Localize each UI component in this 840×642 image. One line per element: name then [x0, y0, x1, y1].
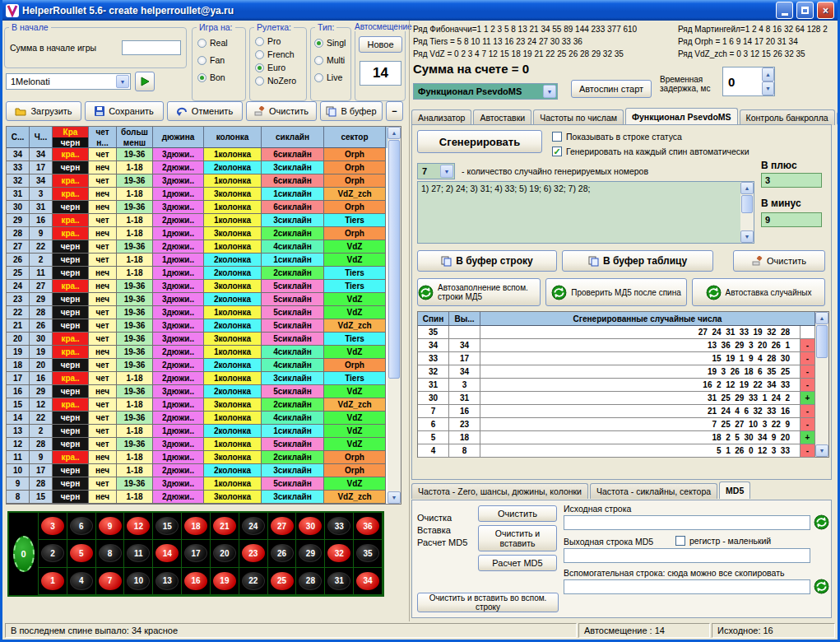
radio-singl[interactable]: Singl — [314, 38, 346, 48]
clear-output-button[interactable]: Очистить — [733, 250, 825, 272]
board-cell[interactable]: 5 — [67, 540, 96, 567]
chevron-down-icon[interactable]: ▼ — [440, 165, 453, 178]
board-cell[interactable]: 22 — [239, 568, 268, 595]
board-cell[interactable]: 29 — [296, 540, 325, 567]
minimize-button[interactable] — [776, 2, 793, 19]
md5-aux-input[interactable] — [564, 579, 810, 594]
md5-output-input[interactable] — [564, 548, 810, 563]
board-cell[interactable]: 36 — [354, 513, 383, 540]
board-cell[interactable]: 19 — [211, 568, 239, 595]
board-cell[interactable]: 32 — [325, 540, 354, 567]
clear-button[interactable]: Очистить — [246, 101, 317, 121]
board-cell[interactable]: 35 — [354, 540, 383, 567]
board-cell[interactable]: 7 — [96, 568, 125, 595]
output-scrollbar[interactable]: ▲ ▼ — [740, 182, 754, 243]
board-cell[interactable]: 18 — [182, 513, 211, 540]
board-zero-cell[interactable]: 0 — [9, 513, 39, 595]
board-cell[interactable]: 23 — [239, 540, 268, 567]
board-cell[interactable]: 27 — [268, 513, 297, 540]
board-cell[interactable]: 15 — [153, 513, 182, 540]
board-cell[interactable]: 8 — [96, 540, 125, 567]
md5-source-input[interactable] — [564, 515, 810, 530]
maximize-button[interactable] — [796, 2, 814, 19]
function-combo[interactable]: Функционал PsevdoMS ▼ — [413, 83, 558, 100]
count-combo[interactable]: 7 ▼ — [417, 163, 455, 179]
radio-fan[interactable]: Fan — [197, 55, 228, 65]
radio-multi[interactable]: Multi — [314, 55, 346, 65]
board-cell[interactable]: 3 — [39, 513, 67, 540]
spin-down-icon[interactable]: ▼ — [762, 81, 774, 95]
md5-calc-button[interactable]: Расчет MD5 — [478, 555, 557, 571]
board-cell[interactable]: 12 — [124, 513, 153, 540]
md5-clear-paste-button[interactable]: Очистить и вставить — [478, 525, 557, 551]
board-cell[interactable]: 24 — [239, 513, 268, 540]
board-cell[interactable]: 13 — [153, 568, 182, 595]
load-button[interactable]: Загрузить — [6, 101, 81, 121]
scrollbar-thumb[interactable] — [816, 325, 828, 358]
scrollbar-thumb[interactable] — [388, 140, 400, 379]
board-cell[interactable]: 11 — [124, 540, 153, 567]
tab-analyzer[interactable]: Анализатор — [411, 109, 471, 125]
scrollbar-thumb[interactable] — [741, 195, 753, 213]
autogen-checkbox[interactable]: ✓ Генерировать на каждый спин автоматиче… — [552, 147, 750, 156]
play-button[interactable] — [135, 72, 155, 91]
board-cell[interactable]: 30 — [296, 513, 325, 540]
md5-aux-action-button[interactable] — [814, 579, 829, 594]
board-cell[interactable]: 31 — [325, 568, 354, 595]
new-offset-button[interactable]: Новое — [359, 36, 402, 53]
board-cell[interactable]: 9 — [96, 513, 125, 540]
board-cell[interactable]: 34 — [354, 568, 383, 595]
md5-source-action-button[interactable] — [814, 514, 829, 530]
radio-french[interactable]: French — [255, 49, 296, 59]
copy-row-button[interactable]: В буфер строку — [417, 250, 557, 272]
scroll-down-icon[interactable]: ▼ — [815, 444, 828, 457]
scroll-down-icon[interactable]: ▼ — [388, 491, 401, 504]
scroll-down-icon[interactable]: ▼ — [740, 230, 754, 243]
radio-nozero[interactable]: NoZero — [255, 76, 296, 86]
generate-button[interactable]: Сгенерировать — [417, 130, 542, 153]
chevron-down-icon[interactable]: ▼ — [543, 85, 556, 98]
md5-register-checkbox[interactable]: регистр - маленький — [675, 536, 771, 546]
board-cell[interactable]: 2 — [39, 540, 67, 567]
title-bar[interactable]: HelperRoullet 5.6- create helperroullet@… — [2, 0, 838, 21]
board-cell[interactable]: 33 — [325, 513, 354, 540]
chevron-down-icon[interactable]: ▼ — [116, 75, 129, 88]
spin-up-icon[interactable]: ▲ — [762, 67, 774, 81]
preset-combo[interactable]: 1Melonati ▼ — [6, 73, 131, 90]
tab-autobets[interactable]: Автоставки — [473, 109, 531, 125]
board-cell[interactable]: 14 — [153, 540, 182, 567]
autofill-md5-button[interactable]: Автозаполнение вспом. строки МД5 — [417, 278, 541, 306]
radio-bon[interactable]: Bon — [197, 72, 228, 82]
radio-euro[interactable]: Euro — [255, 63, 296, 72]
start-sum-input[interactable] — [122, 40, 181, 55]
board-cell[interactable]: 4 — [67, 568, 96, 595]
board-cell[interactable]: 21 — [211, 513, 239, 540]
board-cell[interactable]: 25 — [268, 568, 297, 595]
tab-number-freq[interactable]: Частоты по числам — [533, 109, 624, 125]
tab-freq-chances[interactable]: Частота - Zero, шансы, дюжины, колонки — [411, 483, 588, 499]
delay-spinner[interactable]: 0 ▲ ▼ — [722, 67, 775, 96]
close-button[interactable]: × — [817, 2, 834, 19]
scroll-up-icon[interactable]: ▲ — [815, 312, 828, 324]
undo-button[interactable]: Отменить — [167, 101, 243, 121]
autobet-random-button[interactable]: Автоставка случайных — [692, 278, 825, 306]
generated-scrollbar[interactable]: ▲ ▼ — [815, 312, 828, 457]
radio-pro[interactable]: Pro — [255, 36, 296, 46]
check-md5-button[interactable]: Проверить МД5 после спина — [545, 278, 687, 306]
md5-clear-paste-aux-button[interactable]: Очистить и вставить во вспом. строку — [417, 593, 559, 612]
board-cell[interactable]: 17 — [182, 540, 211, 567]
board-cell[interactable]: 1 — [39, 568, 67, 595]
md5-clear-button[interactable]: Очистить — [478, 505, 557, 522]
scroll-up-icon[interactable]: ▲ — [388, 127, 401, 139]
autospin-start-button[interactable]: Автоспин старт — [571, 80, 652, 98]
copy-table-button[interactable]: В буфер таблицу — [562, 250, 713, 272]
tab-md5[interactable]: MD5 — [719, 482, 750, 499]
radio-live[interactable]: Live — [314, 72, 346, 82]
board-cell[interactable]: 16 — [182, 568, 211, 595]
history-scrollbar[interactable]: ▲ ▼ — [388, 127, 401, 504]
board-cell[interactable]: 28 — [296, 568, 325, 595]
to-buffer-button[interactable]: В буфер — [320, 101, 383, 121]
board-cell[interactable]: 6 — [67, 513, 96, 540]
tab-bankroll[interactable]: Контроль банкролла — [740, 109, 835, 125]
collapse-button[interactable]: − — [386, 101, 403, 121]
